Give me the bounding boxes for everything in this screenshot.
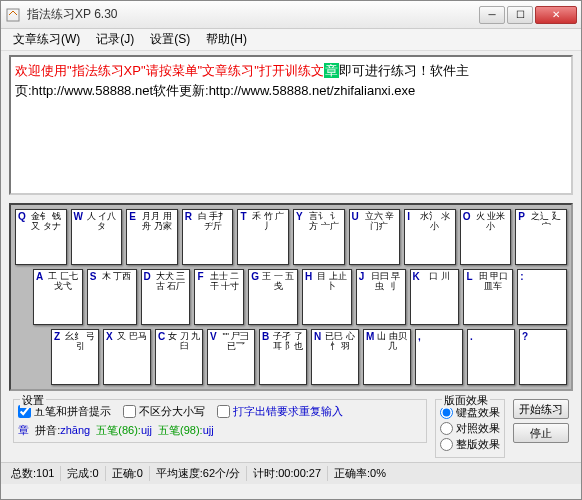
key-T[interactable]: T禾 竹 广丿: [237, 209, 289, 265]
key-S[interactable]: S木 丁西: [87, 269, 137, 325]
char-info: 章 拼音:zhāng 五笔(86):ujj 五笔(98):ujj: [18, 423, 422, 438]
cb-repeat-error[interactable]: 打字出错要求重复输入: [217, 404, 343, 419]
key-P[interactable]: P之辶 廴 宀: [515, 209, 567, 265]
close-button[interactable]: ✕: [535, 6, 577, 24]
start-button[interactable]: 开始练习: [513, 399, 569, 419]
key-:[interactable]: :: [517, 269, 567, 325]
key-U[interactable]: U立六 辛 门疒: [349, 209, 401, 265]
key-M[interactable]: M山 由贝 几: [363, 329, 411, 385]
text-prefix: 欢迎使用"指法练习XP"请按菜单"文章练习"打开训练文: [15, 63, 324, 78]
titlebar: 指法练习XP 6.30 ─ ☐ ✕: [1, 1, 581, 29]
app-icon: [5, 7, 21, 23]
status-speed: 平均速度:62个/分: [150, 466, 247, 481]
stop-button[interactable]: 停止: [513, 423, 569, 443]
settings-panel: 设置 五笔和拼音提示 不区分大小写 打字出错要求重复输入 章 拼音:zhāng …: [9, 397, 573, 460]
key-H[interactable]: H目 上止 卜: [302, 269, 352, 325]
menu-record[interactable]: 记录(J): [88, 29, 142, 50]
status-correct: 正确:0: [106, 466, 150, 481]
key-row-3: Z幺纟 弓 引X又 巴马 C女 刀 九臼V"" 尸彐 已乛B子孑 了耳 阝也N已…: [51, 329, 567, 385]
key-E[interactable]: E月月 用舟 乃家: [126, 209, 178, 265]
menu-article[interactable]: 文章练习(W): [5, 29, 88, 50]
key-J[interactable]: J日曰 早虫 刂: [356, 269, 406, 325]
key-A[interactable]: A工 匚七 戈弋: [33, 269, 83, 325]
key-W[interactable]: W人 イ八 タ: [71, 209, 123, 265]
key-R[interactable]: R白 手扌 ヂ斤: [182, 209, 234, 265]
minimize-button[interactable]: ─: [479, 6, 505, 24]
cb-case[interactable]: 不区分大小写: [123, 404, 205, 419]
statusbar: 总数:101 完成:0 正确:0 平均速度:62个/分 计时:00:00:27 …: [1, 462, 581, 484]
key-G[interactable]: G王 一 五戋: [248, 269, 298, 325]
menu-help[interactable]: 帮助(H): [198, 29, 255, 50]
key-Z[interactable]: Z幺纟 弓 引: [51, 329, 99, 385]
practice-text[interactable]: 欢迎使用"指法练习XP"请按菜单"文章练习"打开训练文章即可进行练习！软件主页:…: [9, 55, 573, 195]
menu-settings[interactable]: 设置(S): [142, 29, 198, 50]
key-row-2: A工 匚七 戈弋S木 丁西D大犬 三古 石厂F土士 二干 十寸G王 一 五戋H目…: [33, 269, 567, 325]
key-I[interactable]: I水氵 氺 小: [404, 209, 456, 265]
window-title: 指法练习XP 6.30: [27, 6, 479, 23]
key-X[interactable]: X又 巴马: [103, 329, 151, 385]
key-V[interactable]: V"" 尸彐 已乛: [207, 329, 255, 385]
effect-group: 版面效果 键盘效果 对照效果 整版效果: [435, 399, 505, 458]
effect-label: 版面效果: [442, 393, 490, 408]
radio-full[interactable]: 整版效果: [440, 437, 500, 452]
key-,[interactable]: ,: [415, 329, 463, 385]
settings-label: 设置: [20, 393, 46, 408]
status-done: 完成:0: [61, 466, 105, 481]
key-K[interactable]: K口 川: [410, 269, 460, 325]
radio-contrast[interactable]: 对照效果: [440, 421, 500, 436]
status-rate: 正确率:0%: [328, 466, 392, 481]
key-?[interactable]: ?: [519, 329, 567, 385]
window-controls: ─ ☐ ✕: [479, 6, 577, 24]
key-.[interactable]: .: [467, 329, 515, 385]
key-L[interactable]: L田 甲口 皿车: [463, 269, 513, 325]
action-buttons: 开始练习 停止: [513, 399, 569, 443]
status-total: 总数:101: [5, 466, 61, 481]
maximize-button[interactable]: ☐: [507, 6, 533, 24]
app-window: 指法练习XP 6.30 ─ ☐ ✕ 文章练习(W) 记录(J) 设置(S) 帮助…: [0, 0, 582, 500]
keyboard-panel: Q金钅 钱又 タナW人 イ八 タE月月 用舟 乃家R白 手扌 ヂ斤T禾 竹 广丿…: [9, 203, 573, 391]
key-Q[interactable]: Q金钅 钱又 タナ: [15, 209, 67, 265]
key-C[interactable]: C女 刀 九臼: [155, 329, 203, 385]
current-char: 章: [324, 63, 339, 78]
key-Y[interactable]: Y言讠 讠方 亠广: [293, 209, 345, 265]
status-time: 计时:00:00:27: [247, 466, 328, 481]
menubar: 文章练习(W) 记录(J) 设置(S) 帮助(H): [1, 29, 581, 51]
key-D[interactable]: D大犬 三古 石厂: [141, 269, 191, 325]
key-F[interactable]: F土士 二干 十寸: [194, 269, 244, 325]
key-N[interactable]: N已巳 心忄 羽: [311, 329, 359, 385]
key-B[interactable]: B子孑 了耳 阝也: [259, 329, 307, 385]
settings-group: 设置 五笔和拼音提示 不区分大小写 打字出错要求重复输入 章 拼音:zhāng …: [13, 399, 427, 443]
key-row-1: Q金钅 钱又 タナW人 イ八 タE月月 用舟 乃家R白 手扌 ヂ斤T禾 竹 广丿…: [15, 209, 567, 265]
key-O[interactable]: O火 业米 小: [460, 209, 512, 265]
